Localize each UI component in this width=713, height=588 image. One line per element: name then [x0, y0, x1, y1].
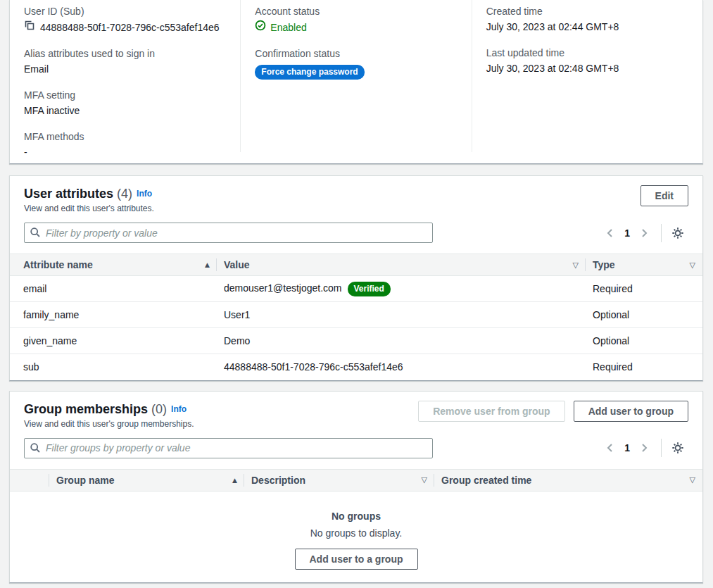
last-updated-time-value: July 30, 2023 at 02:48 GMT+8	[486, 61, 688, 75]
confirmation-status-field: Confirmation status Force change passwor…	[255, 46, 457, 80]
created-time-field: Created time July 30, 2023 at 02:44 GMT+…	[486, 4, 688, 34]
pagination-divider	[661, 439, 662, 457]
user-attributes-description: View and edit this user's attributes.	[24, 202, 168, 214]
attribute-value-cell: User1	[217, 302, 586, 328]
group-memberships-info-link[interactable]: Info	[171, 404, 187, 414]
next-page-button[interactable]	[634, 226, 654, 240]
group-memberships-title: Group memberships (0)Info	[24, 402, 187, 416]
user-attributes-table: Attribute name▲ Value▽ Type▽ email demou…	[10, 254, 702, 380]
attribute-value-cell: Demo	[217, 328, 586, 354]
overview-column-2: Account status Enabled Confirmation stat…	[240, 0, 471, 152]
next-page-button[interactable]	[634, 441, 654, 455]
attribute-name-cell: given_name	[10, 328, 217, 354]
mfa-methods-value: -	[24, 145, 226, 159]
mfa-setting-field: MFA setting MFA inactive	[24, 88, 226, 118]
attributes-filter-input[interactable]	[24, 223, 433, 243]
account-status-field: Account status Enabled	[255, 4, 457, 35]
group-memberships-count: (0)	[151, 402, 167, 416]
attribute-type-cell: Optional	[586, 328, 702, 354]
check-circle-icon	[255, 20, 266, 35]
user-attributes-title: User attributes (4)Info	[24, 187, 152, 201]
edit-button[interactable]: Edit	[641, 185, 688, 206]
groups-pagination: 1	[600, 439, 688, 457]
overview-column-3: Created time July 30, 2023 at 02:44 GMT+…	[472, 0, 702, 152]
alias-attributes-label: Alias attributes used to sign in	[24, 46, 226, 61]
created-time-label: Created time	[486, 4, 688, 18]
attribute-name-cell: family_name	[10, 302, 217, 328]
empty-state-title: No groups	[10, 510, 702, 523]
table-row-family-name: family_name User1 Optional	[10, 302, 702, 328]
sort-icon: ▽	[573, 261, 579, 270]
user-id-field: User ID (Sub) 44888488-50f1-7028-796c-c5…	[24, 4, 226, 35]
attribute-type-cell: Optional	[586, 302, 702, 328]
attribute-value-cell: demouser1@testjoget.comVerified	[217, 276, 586, 302]
attributes-pagination: 1	[600, 224, 688, 242]
column-header-attribute-name[interactable]: Attribute name▲	[10, 254, 217, 276]
mfa-setting-value: MFA inactive	[24, 104, 226, 118]
page-number-button[interactable]: 1	[620, 227, 634, 239]
alias-attributes-value: Email	[24, 62, 226, 76]
pagination-divider	[661, 224, 662, 242]
user-overview-card: User ID (Sub) 44888488-50f1-7028-796c-c5…	[9, 0, 703, 164]
copy-icon[interactable]	[24, 20, 35, 35]
sort-icon: ▽	[690, 475, 695, 484]
confirmation-status-label: Confirmation status	[255, 46, 457, 61]
table-settings-gear-icon[interactable]	[667, 440, 688, 456]
sort-ascending-icon: ▲	[232, 477, 237, 484]
sort-icon: ▽	[690, 261, 695, 270]
column-header-type[interactable]: Type▽	[586, 254, 702, 276]
groups-empty-state: No groups No groups to display. Add user…	[10, 492, 702, 582]
overview-column-1: User ID (Sub) 44888488-50f1-7028-796c-c5…	[10, 0, 240, 152]
mfa-methods-field: MFA methods -	[24, 130, 226, 159]
last-updated-time-field: Last updated time July 30, 2023 at 02:48…	[486, 46, 688, 75]
alias-attributes-field: Alias attributes used to sign in Email	[24, 46, 226, 76]
attribute-type-cell: Required	[586, 354, 702, 380]
groups-filter-input[interactable]	[24, 438, 433, 458]
table-row-given-name: given_name Demo Optional	[10, 328, 702, 354]
verified-badge: Verified	[348, 282, 391, 296]
group-memberships-table: Group name▲ Description▽ Group created t…	[10, 469, 702, 492]
user-attributes-card: User attributes (4)Info View and edit th…	[9, 175, 703, 381]
last-updated-time-label: Last updated time	[486, 46, 688, 60]
column-header-value[interactable]: Value▽	[217, 254, 586, 276]
account-status-label: Account status	[255, 4, 457, 18]
table-row-sub: sub 44888488-50f1-7028-796c-c553afef14e6…	[10, 354, 702, 380]
remove-user-from-group-button[interactable]: Remove user from group	[418, 401, 564, 422]
user-attributes-count: (4)	[117, 187, 132, 201]
table-settings-gear-icon[interactable]	[667, 225, 688, 241]
attribute-name-cell: email	[10, 276, 217, 302]
add-user-to-group-button[interactable]: Add user to group	[574, 401, 688, 422]
column-header-select	[10, 469, 49, 491]
previous-page-button[interactable]	[600, 226, 620, 240]
page-number-button[interactable]: 1	[620, 442, 634, 453]
mfa-methods-label: MFA methods	[24, 130, 226, 144]
empty-state-message: No groups to display.	[10, 527, 702, 539]
column-header-description[interactable]: Description▽	[244, 469, 434, 491]
mfa-setting-label: MFA setting	[24, 88, 226, 102]
account-status-value: Enabled	[270, 20, 306, 35]
attribute-value-cell: 44888488-50f1-7028-796c-c553afef14e6	[217, 354, 586, 380]
table-row-email: email demouser1@testjoget.comVerified Re…	[10, 276, 702, 302]
add-user-to-a-group-button[interactable]: Add user to a group	[295, 549, 418, 570]
sort-icon: ▽	[422, 475, 427, 484]
attribute-type-cell: Required	[586, 276, 702, 302]
confirmation-status-badge: Force change password	[255, 65, 364, 80]
attribute-name-cell: sub	[10, 354, 217, 380]
group-memberships-card: Group memberships (0)Info View and edit …	[9, 391, 703, 583]
user-id-label: User ID (Sub)	[24, 4, 226, 18]
previous-page-button[interactable]	[600, 441, 620, 455]
user-attributes-info-link[interactable]: Info	[137, 189, 152, 199]
column-header-group-name[interactable]: Group name▲	[49, 469, 244, 491]
sort-ascending-icon: ▲	[205, 261, 210, 268]
created-time-value: July 30, 2023 at 02:44 GMT+8	[486, 20, 688, 34]
column-header-group-created-time[interactable]: Group created time▽	[434, 469, 702, 491]
user-id-value: 44888488-50f1-7028-796c-c553afef14e6	[40, 20, 220, 35]
group-memberships-description: View and edit this user's group membersh…	[24, 418, 208, 430]
